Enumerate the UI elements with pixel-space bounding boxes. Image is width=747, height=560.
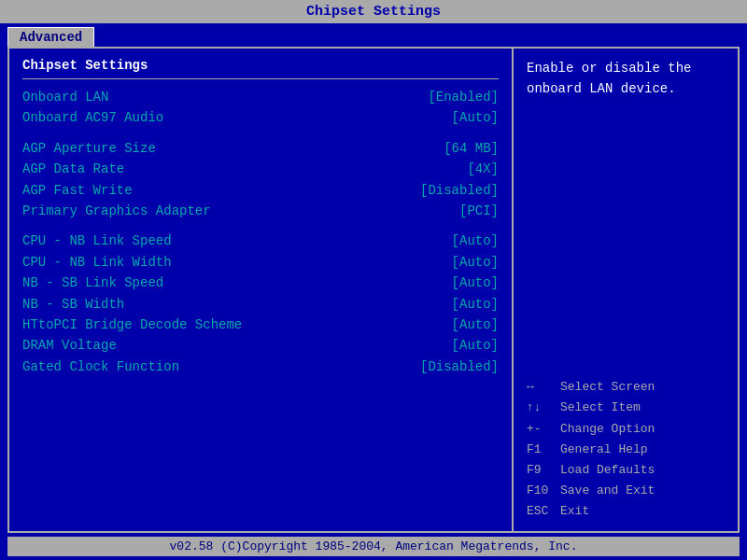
keybind-key-esc: ESC bbox=[527, 501, 560, 522]
setting-agp-aperture[interactable]: AGP Aperture Size [64 MB] bbox=[22, 138, 499, 159]
right-panel: Enable or disable the onboard LAN device… bbox=[514, 49, 738, 531]
keybind-label-select-item: Select Item bbox=[560, 398, 641, 418]
setting-value-primary-graphics: [PCI] bbox=[459, 201, 499, 221]
keybind-key-load-defaults: F9 bbox=[527, 460, 560, 481]
keybind-label-save-exit: Save and Exit bbox=[560, 481, 655, 501]
section-divider bbox=[22, 78, 499, 79]
setting-label-dram-voltage: DRAM Voltage bbox=[22, 335, 117, 356]
settings-group-1: Onboard LAN [Enabled] Onboard AC97 Audio… bbox=[22, 87, 499, 129]
setting-gated-clock[interactable]: Gated Clock Function [Disabled] bbox=[22, 357, 499, 377]
section-title: Chipset Settings bbox=[22, 58, 499, 73]
left-panel: Chipset Settings Onboard LAN [Enabled] O… bbox=[9, 49, 514, 531]
settings-group-2: AGP Aperture Size [64 MB] AGP Data Rate … bbox=[22, 138, 499, 222]
setting-dram-voltage[interactable]: DRAM Voltage [Auto] bbox=[22, 335, 499, 356]
setting-label-ac97: Onboard AC97 Audio bbox=[22, 107, 163, 128]
setting-value-nb-sb-width: [Auto] bbox=[452, 294, 499, 315]
setting-cpu-nb-speed[interactable]: CPU - NB Link Speed [Auto] bbox=[22, 231, 499, 251]
setting-label-cpu-nb-speed: CPU - NB Link Speed bbox=[22, 231, 172, 251]
setting-value-ac97: [Auto] bbox=[452, 107, 499, 128]
footer: v02.58 (C)Copyright 1985-2004, American … bbox=[7, 537, 740, 556]
setting-label-nb-sb-speed: NB - SB Link Speed bbox=[22, 273, 163, 293]
keybind-key-general-help: F1 bbox=[527, 440, 560, 460]
keybind-label-general-help: General Help bbox=[560, 440, 648, 460]
keybind-label-load-defaults: Load Defaults bbox=[560, 460, 655, 481]
help-text: Enable or disable the onboard LAN device… bbox=[527, 58, 725, 100]
keybind-key-save-exit: F10 bbox=[527, 481, 560, 501]
setting-label-onboard-lan: Onboard LAN bbox=[22, 87, 108, 107]
setting-ac97[interactable]: Onboard AC97 Audio [Auto] bbox=[22, 107, 499, 128]
setting-value-httopci: [Auto] bbox=[452, 315, 499, 335]
keybind-save-exit: F10 Save and Exit bbox=[527, 481, 725, 501]
setting-label-agp-data-rate: AGP Data Rate bbox=[22, 159, 124, 179]
setting-agp-fast-write[interactable]: AGP Fast Write [Disabled] bbox=[22, 180, 499, 201]
setting-httopci[interactable]: HTtoPCI Bridge Decode Scheme [Auto] bbox=[22, 315, 499, 335]
keybind-esc: ESC Exit bbox=[527, 501, 725, 522]
setting-onboard-lan[interactable]: Onboard LAN [Enabled] bbox=[22, 87, 499, 107]
setting-cpu-nb-width[interactable]: CPU - NB Link Width [Auto] bbox=[22, 252, 499, 273]
setting-primary-graphics[interactable]: Primary Graphics Adapter [PCI] bbox=[22, 201, 499, 221]
keybind-key-select-screen: ↔ bbox=[527, 377, 560, 398]
setting-value-agp-aperture: [64 MB] bbox=[444, 138, 499, 159]
keybind-change-option: +- Change Option bbox=[527, 419, 725, 440]
setting-value-cpu-nb-speed: [Auto] bbox=[452, 231, 499, 251]
setting-value-onboard-lan: [Enabled] bbox=[428, 87, 499, 107]
setting-label-primary-graphics: Primary Graphics Adapter bbox=[22, 201, 211, 221]
keybind-select-item: ↑↓ Select Item bbox=[527, 398, 725, 418]
keybind-label-change-option: Change Option bbox=[560, 419, 655, 440]
setting-value-nb-sb-speed: [Auto] bbox=[452, 273, 499, 293]
main-area: Chipset Settings Onboard LAN [Enabled] O… bbox=[7, 47, 740, 533]
keybind-label-esc: Exit bbox=[560, 501, 589, 522]
keybind-select-screen: ↔ Select Screen bbox=[527, 377, 725, 398]
tab-bar: Advanced bbox=[0, 23, 747, 47]
advanced-tab[interactable]: Advanced bbox=[7, 27, 94, 47]
setting-agp-data-rate[interactable]: AGP Data Rate [4X] bbox=[22, 159, 499, 179]
setting-label-nb-sb-width: NB - SB Width bbox=[22, 294, 124, 315]
keybind-general-help: F1 General Help bbox=[527, 440, 725, 460]
keybind-label-select-screen: Select Screen bbox=[560, 377, 655, 398]
title-bar: Chipset Settings bbox=[0, 0, 747, 23]
setting-label-gated-clock: Gated Clock Function bbox=[22, 357, 179, 377]
help-text-line1: Enable or disable the bbox=[527, 61, 691, 76]
setting-value-cpu-nb-width: [Auto] bbox=[452, 252, 499, 273]
keybind-load-defaults: F9 Load Defaults bbox=[527, 460, 725, 481]
keybinds: ↔ Select Screen ↑↓ Select Item +- Change… bbox=[527, 377, 725, 522]
setting-label-httopci: HTtoPCI Bridge Decode Scheme bbox=[22, 315, 242, 335]
setting-label-cpu-nb-width: CPU - NB Link Width bbox=[22, 252, 172, 273]
setting-value-agp-fast-write: [Disabled] bbox=[420, 180, 499, 201]
setting-label-agp-aperture: AGP Aperture Size bbox=[22, 138, 156, 159]
setting-value-gated-clock: [Disabled] bbox=[420, 357, 499, 377]
setting-value-agp-data-rate: [4X] bbox=[467, 159, 499, 179]
setting-value-dram-voltage: [Auto] bbox=[452, 335, 499, 356]
setting-label-agp-fast-write: AGP Fast Write bbox=[22, 180, 133, 201]
setting-nb-sb-width[interactable]: NB - SB Width [Auto] bbox=[22, 294, 499, 315]
keybind-key-select-item: ↑↓ bbox=[527, 398, 560, 418]
keybind-key-change-option: +- bbox=[527, 419, 560, 440]
setting-nb-sb-speed[interactable]: NB - SB Link Speed [Auto] bbox=[22, 273, 499, 293]
help-text-line2: onboard LAN device. bbox=[527, 81, 676, 96]
settings-group-3: CPU - NB Link Speed [Auto] CPU - NB Link… bbox=[22, 231, 499, 377]
